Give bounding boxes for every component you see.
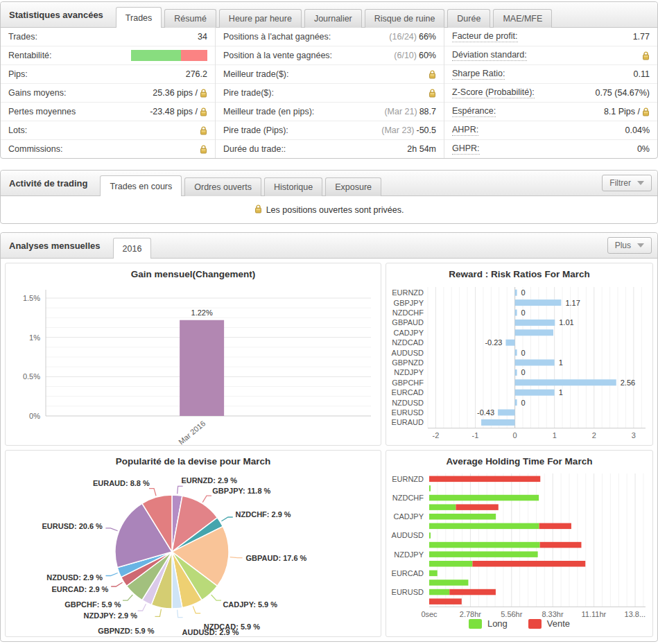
stat-value [131, 50, 207, 61]
tab-trades[interactable]: Trades [116, 7, 162, 28]
svg-text:EURCAD: 2.9 %: EURCAD: 2.9 % [52, 585, 109, 593]
svg-text:2: 2 [592, 431, 596, 440]
svg-text:-2: -2 [433, 431, 440, 440]
svg-text:NZDJPY: NZDJPY [394, 368, 424, 376]
filter-button[interactable]: Filtrer [602, 175, 652, 191]
monthly-gain-chart-box: Gain mensuel(Changement) 0%0.5%1%1.5%1.2… [5, 263, 381, 446]
stat-label: Rentabilité: [8, 51, 52, 60]
stat-label: Meilleur trade (en pips): [223, 107, 314, 116]
monthly-analytics-body: Gain mensuel(Changement) 0%0.5%1%1.5%1.2… [1, 259, 657, 641]
svg-text:EURCAD: EURCAD [392, 388, 424, 397]
tab-exposure[interactable]: Exposure [325, 177, 381, 196]
svg-text:0: 0 [513, 431, 517, 440]
svg-text:AUDUSD: AUDUSD [392, 349, 424, 357]
tab-historique[interactable]: Historique [264, 177, 322, 196]
stat-value-part: 88.7 [419, 107, 436, 116]
tab-ordres-ouverts[interactable]: Ordres ouverts [184, 177, 261, 196]
svg-text:EURNZD: EURNZD [392, 288, 424, 297]
legend-item-long: Long [469, 618, 508, 629]
profitability-bar-red [181, 50, 208, 61]
lock-icon [428, 70, 436, 79]
monthly-analytics-header: Analyses mensuelles 2016 Plus [1, 233, 657, 259]
long-swatch [469, 619, 482, 629]
plus-button-label: Plus [615, 241, 631, 250]
tab-dur-e[interactable]: Durée [447, 9, 490, 28]
stat-value: 1.77 [633, 32, 650, 42]
monthly-analytics-tabs: 2016 [113, 238, 155, 258]
svg-text:NZDJPY: NZDJPY [394, 550, 424, 559]
svg-text:NZDCHF: 2.9 %: NZDCHF: 2.9 % [236, 510, 291, 519]
svg-text:5.56hr: 5.56hr [501, 610, 523, 618]
stat-value-part: (16/24) [389, 32, 417, 42]
svg-text:CADJPY: 5.9 %: CADJPY: 5.9 % [223, 600, 277, 609]
svg-text:EURNZD: EURNZD [392, 475, 424, 483]
svg-text:Mar 2016: Mar 2016 [177, 419, 207, 445]
stat-row-esp-rance: Espérance:8.1 Pips / [444, 103, 657, 121]
chart-title: Reward : Risk Ratios For March [386, 269, 652, 284]
advanced-statistics-tabs: TradesRésuméHeure par heureJournalierRis… [116, 7, 555, 27]
trading-activity-title: Activité de trading [1, 178, 100, 189]
svg-text:2.56: 2.56 [621, 378, 635, 387]
stat-label[interactable]: AHPR: [452, 125, 478, 136]
stat-row-trades: Trades:34 [1, 28, 215, 46]
tab-trades-en-cours[interactable]: Trades en cours [100, 175, 182, 196]
svg-text:-0.43: -0.43 [477, 408, 494, 417]
svg-text:GBPJPY: 11.8 %: GBPJPY: 11.8 % [212, 487, 270, 495]
lock-icon [428, 89, 436, 98]
tab-2016[interactable]: 2016 [113, 238, 152, 259]
stat-value-part: 1.77 [633, 32, 650, 42]
svg-text:GBPNZD: 5.9 %: GBPNZD: 5.9 % [98, 627, 155, 635]
chart-title: Popularité de la devise pour March [6, 456, 381, 471]
svg-text:EURCAD: EURCAD [392, 569, 424, 577]
svg-text:3: 3 [632, 431, 636, 440]
stat-value-part: -23.48 pips / [150, 107, 198, 116]
tab-risque-de-ruine[interactable]: Risque de ruine [365, 9, 445, 28]
stat-label: Commissions: [8, 144, 63, 154]
stat-row-ghpr: GHPR:0% [444, 140, 657, 158]
vente-swatch [528, 619, 542, 629]
svg-text:0: 0 [521, 399, 526, 407]
tab-heure-par-heure[interactable]: Heure par heure [219, 9, 302, 28]
svg-text:AUDUSD: 2.9 %: AUDUSD: 2.9 % [182, 628, 239, 636]
holding-time-chart-box: Average Holding Time For March 0sec2.78h… [386, 450, 653, 637]
legend-item-vente: Vente [528, 618, 570, 629]
plus-button[interactable]: Plus [607, 237, 652, 254]
stat-value: 25.36 pips / [153, 88, 207, 98]
stat-label[interactable]: GHPR: [452, 143, 480, 155]
trading-activity-body: Les positions ouvertes sont privées. [1, 196, 657, 223]
stat-value: (6/10) 60% [394, 51, 436, 60]
stat-label[interactable]: Z-Score (Probabilité): [452, 87, 535, 98]
chart-title: Gain mensuel(Changement) [6, 269, 381, 284]
stat-value: 34 [198, 32, 207, 42]
stat-value-part: 0.75 (54.67%) [595, 88, 650, 98]
page: Statistiques avancées TradesRésuméHeure … [0, 0, 658, 643]
stat-value: 2h 54m [407, 144, 436, 154]
stat-label[interactable]: Facteur de profit: [452, 31, 518, 42]
svg-text:-1: -1 [472, 431, 479, 440]
svg-text:GBPCHF: GBPCHF [392, 378, 424, 387]
stat-label[interactable]: Espérance: [452, 106, 496, 117]
tab-r-sum[interactable]: Résumé [164, 9, 216, 28]
stat-value [642, 51, 650, 60]
stat-value-part: -50.5 [417, 125, 437, 135]
svg-text:NZDCHF: NZDCHF [392, 494, 424, 502]
stat-value-part: 66% [419, 32, 436, 42]
stat-label[interactable]: Déviation standard: [452, 50, 527, 61]
stat-label: Trades: [8, 32, 37, 42]
private-positions-message: Les positions ouvertes sont privées. [266, 205, 404, 215]
svg-text:EURUSD: EURUSD [392, 588, 424, 596]
stat-label[interactable]: Sharpe Ratio: [452, 69, 505, 80]
advanced-statistics-table: Trades:34Rentabilité:Pips:276.2Gains moy… [1, 28, 657, 158]
svg-text:1.01: 1.01 [559, 318, 573, 327]
stat-row-position-la-vente-gagn-es: Position à la vente gagnées:(6/10) 60% [216, 46, 444, 65]
advanced-statistics-header: Statistiques avancées TradesRésuméHeure … [1, 2, 657, 28]
svg-text:EURAUD: EURAUD [392, 418, 424, 426]
tab-journalier[interactable]: Journalier [304, 9, 362, 28]
stat-value-part: (Mar 21) [384, 107, 417, 116]
svg-text:NZDUSD: NZDUSD [392, 399, 424, 407]
svg-text:NZDCAD: NZDCAD [392, 338, 424, 347]
stat-label: Pips: [8, 69, 28, 79]
tab-mae-mfe[interactable]: MAE/MFE [493, 9, 552, 28]
stat-value: 0% [637, 144, 650, 154]
stat-label: Positions à l'achat gagnées: [223, 32, 331, 42]
